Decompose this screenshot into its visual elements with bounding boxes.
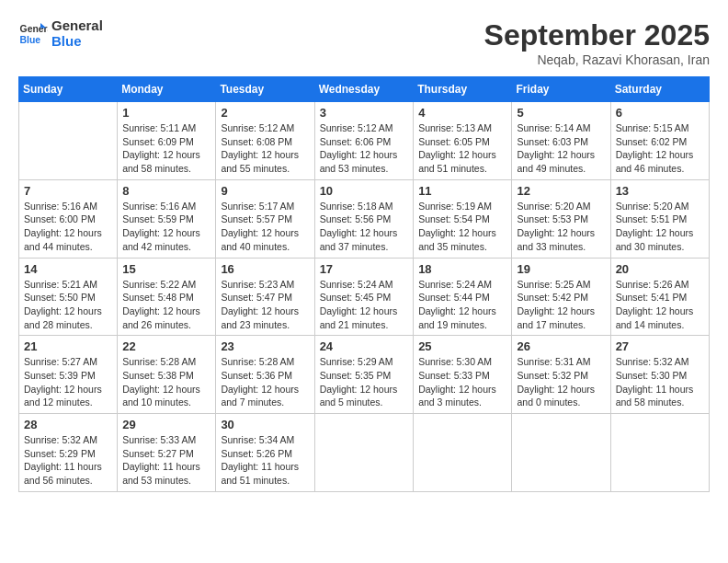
- day-number: 27: [616, 339, 704, 353]
- day-info: Sunrise: 5:28 AM Sunset: 5:36 PM Dayligh…: [221, 355, 309, 409]
- calendar-week-2: 7Sunrise: 5:16 AM Sunset: 6:00 PM Daylig…: [19, 179, 710, 258]
- day-info: Sunrise: 5:24 AM Sunset: 5:45 PM Dayligh…: [320, 278, 409, 332]
- day-number: 8: [122, 184, 210, 198]
- calendar-cell: 3Sunrise: 5:12 AM Sunset: 6:06 PM Daylig…: [314, 102, 414, 180]
- calendar-cell: 9Sunrise: 5:17 AM Sunset: 5:57 PM Daylig…: [216, 179, 314, 258]
- calendar-cell: [19, 102, 118, 180]
- day-number: 24: [320, 339, 409, 353]
- calendar-cell: 17Sunrise: 5:24 AM Sunset: 5:45 PM Dayli…: [314, 258, 414, 336]
- day-info: Sunrise: 5:20 AM Sunset: 5:53 PM Dayligh…: [517, 200, 605, 254]
- day-number: 9: [221, 184, 309, 198]
- calendar-cell: 24Sunrise: 5:29 AM Sunset: 5:35 PM Dayli…: [314, 336, 414, 414]
- calendar-week-3: 14Sunrise: 5:21 AM Sunset: 5:50 PM Dayli…: [19, 258, 710, 336]
- day-number: 4: [418, 106, 506, 120]
- calendar-cell: 21Sunrise: 5:27 AM Sunset: 5:39 PM Dayli…: [19, 336, 118, 414]
- calendar-cell: 29Sunrise: 5:33 AM Sunset: 5:27 PM Dayli…: [118, 414, 216, 492]
- calendar-cell: 7Sunrise: 5:16 AM Sunset: 6:00 PM Daylig…: [19, 179, 118, 258]
- day-info: Sunrise: 5:16 AM Sunset: 5:59 PM Dayligh…: [122, 200, 210, 254]
- day-info: Sunrise: 5:25 AM Sunset: 5:42 PM Dayligh…: [517, 278, 605, 332]
- day-number: 16: [221, 262, 309, 276]
- calendar-cell: [414, 414, 512, 492]
- weekday-header-row: SundayMondayTuesdayWednesdayThursdayFrid…: [19, 77, 710, 102]
- calendar-cell: 8Sunrise: 5:16 AM Sunset: 5:59 PM Daylig…: [118, 179, 216, 258]
- title-section: September 2025 Neqab, Razavi Khorasan, I…: [484, 18, 710, 67]
- calendar-cell: 14Sunrise: 5:21 AM Sunset: 5:50 PM Dayli…: [19, 258, 118, 336]
- day-number: 11: [418, 184, 506, 198]
- logo-line2: Blue: [51, 34, 103, 50]
- day-number: 15: [122, 262, 210, 276]
- day-info: Sunrise: 5:30 AM Sunset: 5:33 PM Dayligh…: [418, 355, 506, 409]
- day-info: Sunrise: 5:14 AM Sunset: 6:03 PM Dayligh…: [517, 121, 605, 176]
- day-number: 17: [320, 262, 409, 276]
- calendar-cell: 27Sunrise: 5:32 AM Sunset: 5:30 PM Dayli…: [610, 336, 709, 414]
- day-info: Sunrise: 5:22 AM Sunset: 5:48 PM Dayligh…: [122, 278, 210, 332]
- day-info: Sunrise: 5:13 AM Sunset: 6:05 PM Dayligh…: [418, 121, 506, 176]
- calendar-cell: 6Sunrise: 5:15 AM Sunset: 6:02 PM Daylig…: [610, 102, 709, 180]
- calendar-week-4: 21Sunrise: 5:27 AM Sunset: 5:39 PM Dayli…: [19, 336, 710, 414]
- day-info: Sunrise: 5:34 AM Sunset: 5:26 PM Dayligh…: [221, 433, 309, 488]
- calendar-cell: 15Sunrise: 5:22 AM Sunset: 5:48 PM Dayli…: [118, 258, 216, 336]
- day-info: Sunrise: 5:24 AM Sunset: 5:44 PM Dayligh…: [418, 278, 506, 332]
- day-number: 7: [24, 184, 112, 198]
- calendar-cell: 22Sunrise: 5:28 AM Sunset: 5:38 PM Dayli…: [118, 336, 216, 414]
- day-number: 25: [418, 339, 506, 353]
- day-number: 14: [24, 262, 112, 276]
- calendar-cell: [314, 414, 414, 492]
- day-number: 2: [221, 106, 309, 120]
- calendar-cell: 28Sunrise: 5:32 AM Sunset: 5:29 PM Dayli…: [19, 414, 118, 492]
- calendar-cell: 12Sunrise: 5:20 AM Sunset: 5:53 PM Dayli…: [512, 179, 610, 258]
- calendar-week-5: 28Sunrise: 5:32 AM Sunset: 5:29 PM Dayli…: [19, 414, 710, 492]
- weekday-header-thursday: Thursday: [414, 77, 512, 102]
- day-number: 12: [517, 184, 605, 198]
- calendar-cell: 19Sunrise: 5:25 AM Sunset: 5:42 PM Dayli…: [512, 258, 610, 336]
- calendar-cell: 18Sunrise: 5:24 AM Sunset: 5:44 PM Dayli…: [414, 258, 512, 336]
- calendar-cell: 23Sunrise: 5:28 AM Sunset: 5:36 PM Dayli…: [216, 336, 314, 414]
- calendar-cell: 1Sunrise: 5:11 AM Sunset: 6:09 PM Daylig…: [118, 102, 216, 180]
- calendar-cell: 11Sunrise: 5:19 AM Sunset: 5:54 PM Dayli…: [414, 179, 512, 258]
- day-number: 18: [418, 262, 506, 276]
- day-info: Sunrise: 5:23 AM Sunset: 5:47 PM Dayligh…: [221, 278, 309, 332]
- day-info: Sunrise: 5:28 AM Sunset: 5:38 PM Dayligh…: [122, 355, 210, 409]
- day-info: Sunrise: 5:29 AM Sunset: 5:35 PM Dayligh…: [320, 355, 409, 409]
- day-number: 22: [122, 339, 210, 353]
- day-number: 19: [517, 262, 605, 276]
- day-info: Sunrise: 5:12 AM Sunset: 6:08 PM Dayligh…: [221, 121, 309, 176]
- day-number: 28: [24, 418, 112, 431]
- calendar-cell: 4Sunrise: 5:13 AM Sunset: 6:05 PM Daylig…: [414, 102, 512, 180]
- day-info: Sunrise: 5:18 AM Sunset: 5:56 PM Dayligh…: [320, 200, 409, 254]
- calendar-cell: 10Sunrise: 5:18 AM Sunset: 5:56 PM Dayli…: [314, 179, 414, 258]
- day-info: Sunrise: 5:12 AM Sunset: 6:06 PM Dayligh…: [320, 121, 409, 176]
- day-number: 20: [616, 262, 704, 276]
- calendar-cell: 5Sunrise: 5:14 AM Sunset: 6:03 PM Daylig…: [512, 102, 610, 180]
- calendar-body: 1Sunrise: 5:11 AM Sunset: 6:09 PM Daylig…: [19, 102, 710, 492]
- weekday-header-saturday: Saturday: [610, 77, 709, 102]
- day-number: 1: [122, 106, 210, 120]
- calendar-cell: 26Sunrise: 5:31 AM Sunset: 5:32 PM Dayli…: [512, 336, 610, 414]
- day-info: Sunrise: 5:26 AM Sunset: 5:41 PM Dayligh…: [616, 278, 704, 332]
- day-number: 6: [616, 106, 704, 120]
- day-info: Sunrise: 5:32 AM Sunset: 5:30 PM Dayligh…: [616, 355, 704, 409]
- day-info: Sunrise: 5:33 AM Sunset: 5:27 PM Dayligh…: [122, 433, 210, 488]
- logo-line1: General: [51, 18, 103, 34]
- day-info: Sunrise: 5:11 AM Sunset: 6:09 PM Dayligh…: [122, 121, 210, 176]
- calendar-header: SundayMondayTuesdayWednesdayThursdayFrid…: [19, 77, 710, 102]
- logo: General Blue General Blue: [18, 18, 103, 49]
- day-info: Sunrise: 5:19 AM Sunset: 5:54 PM Dayligh…: [418, 200, 506, 254]
- day-info: Sunrise: 5:20 AM Sunset: 5:51 PM Dayligh…: [616, 200, 704, 254]
- day-number: 26: [517, 339, 605, 353]
- weekday-header-friday: Friday: [512, 77, 610, 102]
- calendar-week-1: 1Sunrise: 5:11 AM Sunset: 6:09 PM Daylig…: [19, 102, 710, 180]
- calendar-cell: 16Sunrise: 5:23 AM Sunset: 5:47 PM Dayli…: [216, 258, 314, 336]
- calendar-table: SundayMondayTuesdayWednesdayThursdayFrid…: [18, 76, 710, 492]
- day-number: 13: [616, 184, 704, 198]
- calendar-cell: 20Sunrise: 5:26 AM Sunset: 5:41 PM Dayli…: [610, 258, 709, 336]
- calendar-cell: 25Sunrise: 5:30 AM Sunset: 5:33 PM Dayli…: [414, 336, 512, 414]
- day-number: 5: [517, 106, 605, 120]
- day-info: Sunrise: 5:32 AM Sunset: 5:29 PM Dayligh…: [24, 433, 112, 488]
- weekday-header-wednesday: Wednesday: [314, 77, 414, 102]
- calendar-cell: [512, 414, 610, 492]
- weekday-header-monday: Monday: [118, 77, 216, 102]
- day-number: 3: [320, 106, 409, 120]
- day-info: Sunrise: 5:17 AM Sunset: 5:57 PM Dayligh…: [221, 200, 309, 254]
- logo-icon: General Blue: [18, 19, 48, 49]
